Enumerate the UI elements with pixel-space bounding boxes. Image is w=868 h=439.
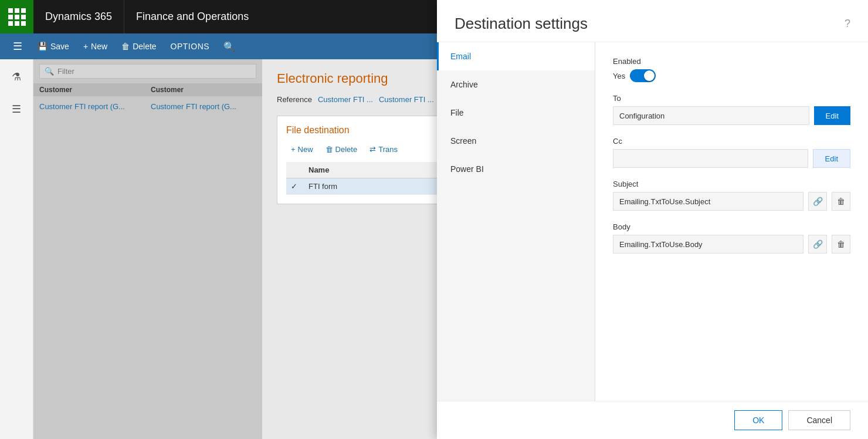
dynamics-title: Dynamics 365 — [33, 0, 124, 33]
save-button[interactable]: 💾 Save — [32, 33, 75, 59]
subject-label: Subject — [613, 180, 850, 188]
subject-delete-icon[interactable]: 🗑 — [832, 192, 850, 211]
body-label: Body — [613, 222, 850, 231]
section-trans-icon: ⇄ — [369, 145, 376, 154]
cc-label: Cc — [613, 137, 850, 146]
body-delete-icon[interactable]: 🗑 — [832, 235, 850, 254]
body-link-icon[interactable]: 🔗 — [808, 235, 827, 254]
list-item-col2: Customer FTI report (G... — [151, 102, 256, 111]
hamburger-button[interactable]: ☰ — [6, 37, 29, 56]
col-header-2: Customer — [151, 86, 256, 94]
section-trans-button[interactable]: ⇄ Trans — [365, 143, 402, 156]
options-button[interactable]: OPTIONS — [165, 39, 216, 54]
section-plus-icon: + — [291, 145, 296, 154]
list-col-headers: Customer Customer — [33, 83, 262, 96]
enabled-toggle[interactable] — [630, 69, 656, 82]
sidebar-list-icon[interactable]: ☰ — [5, 97, 28, 121]
reference-value-2: Customer FTI ... — [379, 95, 434, 104]
th-check — [286, 162, 304, 178]
subject-group: Subject 🔗 🗑 — [613, 180, 850, 211]
cc-group: Cc Edit — [613, 137, 850, 168]
dest-settings-body: Email Archive File Screen Power BI Enabl… — [437, 42, 868, 401]
list-panel: 🔍 Customer Customer Customer FTI report … — [33, 59, 262, 439]
help-icon[interactable]: ? — [845, 18, 850, 30]
delete-icon: 🗑 — [121, 42, 130, 51]
toggle-wrap: Yes — [613, 69, 850, 82]
save-icon: 💾 — [38, 42, 48, 51]
body-row: 🔗 🗑 — [613, 235, 850, 254]
filter-input[interactable] — [57, 67, 251, 76]
nav-item-screen[interactable]: Screen — [437, 127, 595, 155]
to-edit-button[interactable]: Edit — [814, 106, 850, 125]
cancel-button[interactable]: Cancel — [788, 410, 850, 430]
delete-button[interactable]: 🗑 Delete — [116, 33, 162, 59]
cc-input[interactable] — [613, 149, 808, 168]
ok-button[interactable]: OK — [734, 410, 782, 430]
reference-value-1: Customer FTI ... — [318, 95, 373, 104]
subject-input[interactable] — [613, 192, 803, 211]
plus-icon: + — [83, 42, 88, 51]
to-row: Edit — [613, 106, 850, 125]
body-group: Body 🔗 🗑 — [613, 222, 850, 254]
sidebar-filter-icon[interactable]: ⚗ — [5, 65, 28, 89]
section-delete-icon: 🗑 — [326, 145, 333, 154]
col-header-1: Customer — [39, 86, 145, 94]
dest-settings-header: Destination settings ? — [437, 0, 868, 42]
to-group: To Edit — [613, 94, 850, 125]
filter-box: 🔍 — [33, 59, 262, 83]
reference-label: Reference — [277, 95, 312, 104]
nav-item-email[interactable]: Email — [437, 42, 595, 70]
yes-label: Yes — [613, 72, 625, 80]
destination-settings-panel: Destination settings ? Email Archive Fil… — [437, 0, 868, 439]
subject-link-icon[interactable]: 🔗 — [808, 192, 827, 211]
body-input[interactable] — [613, 235, 803, 254]
section-new-button[interactable]: + New — [286, 143, 318, 156]
section-delete-button[interactable]: 🗑 Delete — [321, 143, 362, 156]
list-item-col1: Customer FTI report (G... — [39, 102, 145, 111]
enabled-label: Enabled — [613, 57, 850, 66]
dest-nav: Email Archive File Screen Power BI — [437, 42, 595, 401]
new-button[interactable]: + New — [77, 33, 113, 59]
search-icon[interactable]: 🔍 — [218, 38, 241, 55]
filter-search-icon: 🔍 — [45, 67, 54, 76]
app-title: Finance and Operations — [124, 0, 260, 33]
row-check: ✓ — [286, 178, 304, 195]
to-label: To — [613, 94, 850, 103]
filter-input-wrap[interactable]: 🔍 — [39, 64, 256, 79]
toggle-knob — [644, 70, 655, 81]
enabled-group: Enabled Yes — [613, 57, 850, 82]
dest-content: Enabled Yes To Edit Cc — [595, 42, 868, 401]
waffle-icon — [8, 8, 26, 26]
list-item[interactable]: Customer FTI report (G... Customer FTI r… — [33, 96, 262, 117]
cc-edit-button[interactable]: Edit — [813, 149, 850, 168]
dest-settings-title: Destination settings — [455, 15, 588, 33]
nav-item-file[interactable]: File — [437, 99, 595, 127]
dest-footer: OK Cancel — [437, 401, 868, 439]
list-items: Customer FTI report (G... Customer FTI r… — [33, 96, 262, 439]
nav-item-powerbi[interactable]: Power BI — [437, 155, 595, 183]
waffle-button[interactable] — [0, 0, 33, 33]
sidebar-strip: ⚗ ☰ — [0, 59, 33, 439]
to-input[interactable] — [613, 106, 809, 125]
cc-row: Edit — [613, 149, 850, 168]
nav-item-archive[interactable]: Archive — [437, 70, 595, 99]
subject-row: 🔗 🗑 — [613, 192, 850, 211]
